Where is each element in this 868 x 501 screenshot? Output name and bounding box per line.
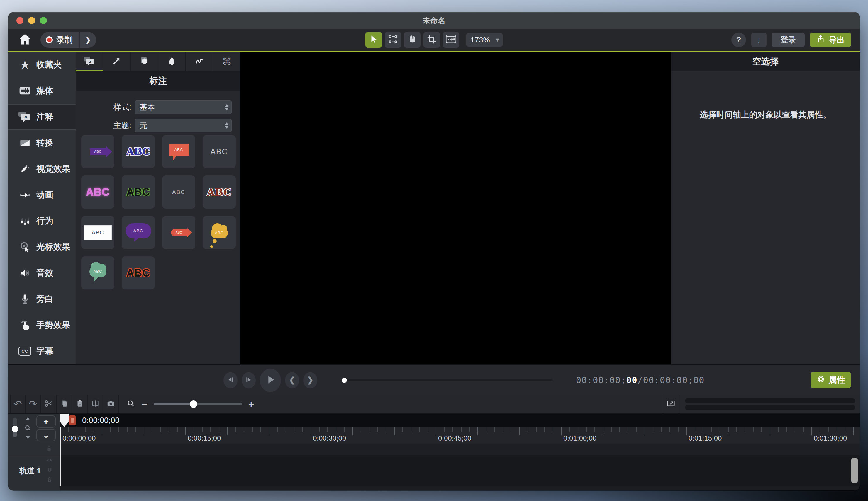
track-lock-open-icon[interactable] bbox=[46, 476, 53, 484]
detach-timeline-button[interactable] bbox=[661, 395, 680, 413]
properties-toggle-button[interactable]: 属性 bbox=[811, 372, 851, 388]
paste-button[interactable] bbox=[72, 395, 88, 413]
timeline-ruler[interactable]: 0:00:00;00 0:00:15;00 0:00:30;00 0:00:45… bbox=[60, 427, 860, 444]
magic-wand-icon bbox=[18, 162, 32, 176]
scrubber-track[interactable] bbox=[346, 380, 553, 381]
home-button[interactable] bbox=[17, 32, 33, 48]
login-button[interactable]: 登录 bbox=[772, 33, 805, 47]
edit-points-tool-button[interactable] bbox=[385, 32, 401, 48]
preset-plain-light[interactable]: ABC bbox=[203, 135, 236, 168]
preset-green-outline[interactable]: ABC bbox=[122, 175, 155, 209]
sidebar-item-media[interactable]: 媒体 bbox=[8, 78, 76, 104]
sidebar-item-captions[interactable]: CC 字幕 bbox=[8, 338, 76, 364]
scrubber[interactable] bbox=[342, 365, 553, 395]
sidebar-item-gesture-effects[interactable]: 手势效果 bbox=[8, 312, 76, 338]
sidebar-item-cursor-effects[interactable]: 光标效果 bbox=[8, 234, 76, 260]
login-label: 登录 bbox=[780, 34, 796, 45]
previous-clip-button[interactable]: ❮ bbox=[285, 372, 299, 388]
add-track-button[interactable]: + bbox=[36, 415, 56, 428]
redo-button[interactable]: ↷ bbox=[25, 395, 41, 413]
track-visibility-eye-icon[interactable] bbox=[45, 457, 53, 465]
undo-button[interactable]: ↶ bbox=[10, 395, 25, 413]
track-lane[interactable] bbox=[60, 455, 860, 486]
preset-gold-thought-cloud[interactable]: ABC bbox=[203, 216, 236, 249]
properties-toggle-label: 属性 bbox=[829, 374, 845, 386]
export-button[interactable]: 导出 bbox=[810, 33, 851, 47]
preset-coral-speech-bubble[interactable]: ABC bbox=[162, 135, 195, 168]
sidebar-item-behaviors[interactable]: 行为 bbox=[8, 208, 76, 234]
zoom-slider-handle[interactable] bbox=[190, 400, 197, 408]
preset-white-rectangle[interactable]: ABC bbox=[81, 216, 114, 249]
canvas-zoom-select[interactable]: 173% ▾ bbox=[466, 33, 503, 46]
tab-keystroke[interactable]: ⌘ bbox=[213, 52, 240, 71]
preset-pink-neon[interactable]: ABC bbox=[81, 175, 114, 209]
zoom-out-button[interactable]: − bbox=[142, 398, 147, 410]
tab-shapes[interactable] bbox=[131, 52, 158, 71]
caret-down-icon: ▾ bbox=[496, 36, 499, 44]
track-height-slider[interactable] bbox=[13, 418, 17, 437]
style-select[interactable]: 基本 bbox=[135, 100, 232, 114]
playhead[interactable]: 0:00:00;00 bbox=[60, 414, 119, 427]
preset-coral-rounded-arrow[interactable]: ABC bbox=[162, 216, 195, 249]
preset-plain-small[interactable]: ABC bbox=[162, 175, 195, 209]
theme-select[interactable]: 无 bbox=[135, 119, 232, 132]
tab-callouts[interactable]: a bbox=[76, 52, 103, 71]
playhead-line[interactable] bbox=[60, 427, 61, 486]
preset-black-orange-outline[interactable]: ABC bbox=[122, 256, 155, 289]
zoom-in-button[interactable]: + bbox=[248, 398, 254, 410]
preset-purple-arrow[interactable]: ABC bbox=[81, 135, 114, 168]
record-button[interactable]: 录制 bbox=[41, 32, 79, 48]
collapse-tracks-button[interactable]: ⌄ bbox=[36, 429, 56, 441]
vertical-zoom-control[interactable] bbox=[23, 417, 32, 439]
sidebar-item-visual-effects[interactable]: 视觉效果 bbox=[8, 156, 76, 182]
sidebar-item-favorites[interactable]: ★ 收藏夹 bbox=[8, 52, 76, 78]
cut-button[interactable] bbox=[41, 395, 56, 413]
properties-panel: 空选择 选择时间轴上的对象以查看其属性。 bbox=[671, 52, 860, 364]
magnifier-icon bbox=[24, 424, 32, 432]
tab-blur[interactable] bbox=[158, 52, 186, 71]
gear-icon bbox=[816, 375, 825, 386]
timeline-zoom-slider[interactable] bbox=[154, 403, 242, 405]
help-button[interactable]: ? bbox=[731, 33, 746, 47]
record-options-button[interactable]: ❯ bbox=[79, 32, 96, 48]
track-height-handle[interactable] bbox=[12, 426, 18, 432]
sidebar-item-transitions[interactable]: 转换 bbox=[8, 130, 76, 156]
annotation-tabbar: a bbox=[76, 52, 240, 71]
zoom-up-icon bbox=[26, 417, 30, 420]
copy-button[interactable] bbox=[56, 395, 72, 413]
timeline-horizontal-scrollbar[interactable] bbox=[680, 398, 860, 410]
play-button[interactable] bbox=[260, 369, 281, 392]
ruler-label: 0:01:15;00 bbox=[689, 434, 722, 443]
command-key-icon: ⌘ bbox=[222, 56, 232, 67]
video-canvas[interactable] bbox=[240, 52, 671, 364]
download-button[interactable]: ↓ bbox=[751, 33, 766, 47]
scrubber-handle[interactable] bbox=[342, 378, 347, 383]
timeline-vertical-scrollbar[interactable] bbox=[851, 458, 858, 483]
lock-closed-icon bbox=[45, 445, 52, 453]
playhead-strip[interactable]: 0:00:00;00 bbox=[60, 414, 860, 427]
tab-arrows[interactable] bbox=[103, 52, 131, 71]
next-clip-button[interactable]: ❯ bbox=[303, 372, 317, 388]
callout-icon: a bbox=[18, 110, 32, 124]
select-tool-button[interactable] bbox=[365, 32, 382, 48]
preset-maroon-outline-serif[interactable]: ABC bbox=[203, 175, 236, 209]
annotations-panel: a bbox=[76, 52, 240, 364]
pan-tool-button[interactable] bbox=[404, 32, 420, 48]
step-forward-button[interactable] bbox=[242, 372, 256, 388]
sidebar-item-animations[interactable]: 动画 bbox=[8, 182, 76, 208]
playhead-grip-icon[interactable] bbox=[69, 415, 76, 425]
sidebar-item-annotations[interactable]: a 注释 bbox=[8, 104, 76, 130]
sidebar-item-voice-narration[interactable]: 旁白 bbox=[8, 286, 76, 312]
track-magnet-icon[interactable] bbox=[46, 467, 53, 475]
preset-green-cloud-bubble[interactable]: ABC bbox=[81, 256, 114, 289]
split-button[interactable] bbox=[88, 395, 103, 413]
crop-tool-button[interactable] bbox=[423, 32, 440, 48]
screenshot-button[interactable] bbox=[103, 395, 119, 413]
sidebar-item-audio-effects[interactable]: 音效 bbox=[8, 260, 76, 286]
playhead-flag-icon[interactable] bbox=[60, 414, 69, 427]
zoom-pan-animation-button[interactable] bbox=[443, 32, 459, 48]
step-back-button[interactable] bbox=[223, 372, 238, 388]
preset-purple-rounded-bubble[interactable]: ABC bbox=[122, 216, 155, 249]
preset-blue-outline-serif[interactable]: ABC bbox=[122, 135, 155, 168]
tab-sketch[interactable] bbox=[186, 52, 213, 71]
